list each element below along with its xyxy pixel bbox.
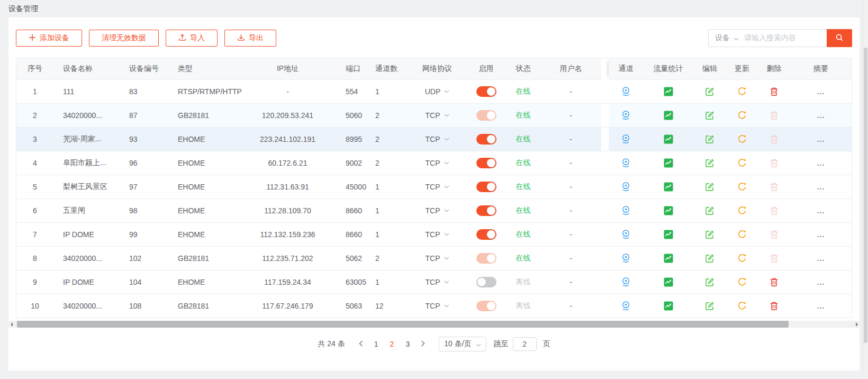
ellipsis-icon[interactable]: ...	[817, 254, 825, 263]
webcam-icon[interactable]	[621, 301, 631, 311]
update-action[interactable]	[726, 270, 758, 294]
summary-action[interactable]: ...	[790, 294, 852, 318]
update-action[interactable]	[726, 198, 758, 222]
enable-toggle-switch[interactable]	[476, 301, 496, 311]
ellipsis-icon[interactable]: ...	[817, 230, 825, 239]
channel-action[interactable]	[609, 222, 643, 246]
enable-toggle[interactable]	[466, 151, 506, 175]
traffic-stats-action[interactable]	[643, 270, 693, 294]
prev-page-button[interactable]	[354, 340, 368, 348]
scroll-right-arrow[interactable]	[856, 322, 858, 327]
webcam-icon[interactable]	[621, 253, 631, 263]
enable-toggle[interactable]	[466, 127, 506, 151]
traffic-stats-action[interactable]	[643, 151, 693, 175]
channel-action[interactable]	[609, 246, 643, 270]
edit-pen-icon[interactable]	[705, 277, 715, 287]
webcam-icon[interactable]	[621, 182, 631, 192]
ellipsis-icon[interactable]: ...	[817, 183, 825, 191]
summary-action[interactable]: ...	[790, 270, 852, 294]
protocol-dropdown[interactable]: TCP	[408, 103, 466, 127]
ellipsis-icon[interactable]: ...	[817, 87, 825, 96]
edit-action[interactable]	[693, 270, 726, 294]
webcam-icon[interactable]	[621, 134, 631, 144]
webcam-icon[interactable]	[621, 229, 631, 239]
enable-toggle-switch[interactable]	[476, 229, 496, 240]
traffic-stats-action[interactable]	[643, 127, 693, 151]
webcam-icon[interactable]	[621, 205, 631, 215]
delete-action[interactable]	[758, 79, 790, 103]
update-action[interactable]	[726, 151, 758, 175]
edit-action[interactable]	[693, 151, 726, 175]
trend-chart-icon[interactable]	[664, 206, 673, 215]
refresh-icon[interactable]	[737, 254, 747, 263]
update-action[interactable]	[726, 79, 758, 103]
traffic-stats-action[interactable]	[643, 175, 693, 198]
refresh-icon[interactable]	[737, 87, 747, 96]
refresh-icon[interactable]	[737, 158, 747, 168]
protocol-dropdown[interactable]: TCP	[408, 222, 466, 246]
protocol-dropdown[interactable]: TCP	[408, 127, 466, 151]
refresh-icon[interactable]	[737, 277, 747, 287]
update-action[interactable]	[726, 175, 758, 198]
edit-pen-icon[interactable]	[705, 301, 715, 311]
enable-toggle-switch[interactable]	[476, 277, 496, 287]
edit-pen-icon[interactable]	[705, 87, 715, 96]
channel-action[interactable]	[609, 294, 643, 318]
add-device-button[interactable]: 添加设备	[16, 30, 82, 47]
next-page-button[interactable]	[415, 340, 430, 348]
summary-action[interactable]: ...	[790, 103, 852, 127]
channel-action[interactable]	[609, 103, 643, 127]
protocol-dropdown[interactable]: TCP	[408, 175, 466, 198]
update-action[interactable]	[726, 103, 758, 127]
enable-toggle-switch[interactable]	[476, 134, 496, 145]
ellipsis-icon[interactable]: ...	[817, 278, 825, 286]
traffic-stats-action[interactable]	[643, 198, 693, 222]
update-action[interactable]	[726, 127, 758, 151]
enable-toggle-switch[interactable]	[476, 253, 496, 264]
trash-icon[interactable]	[770, 87, 779, 96]
summary-action[interactable]: ...	[790, 127, 852, 151]
edit-pen-icon[interactable]	[705, 254, 715, 263]
edit-pen-icon[interactable]	[705, 158, 715, 168]
refresh-icon[interactable]	[737, 230, 747, 239]
page-size-select[interactable]: 10 条/页	[439, 337, 486, 351]
edit-pen-icon[interactable]	[705, 182, 715, 192]
edit-action[interactable]	[693, 103, 726, 127]
search-category-dropdown[interactable]: 设备	[709, 33, 744, 43]
enable-toggle[interactable]	[466, 79, 506, 103]
webcam-icon[interactable]	[621, 86, 631, 96]
refresh-icon[interactable]	[737, 301, 747, 311]
delete-action[interactable]	[758, 294, 790, 318]
trend-chart-icon[interactable]	[664, 158, 673, 168]
enable-toggle[interactable]	[466, 222, 506, 246]
webcam-icon[interactable]	[621, 110, 631, 120]
enable-toggle-switch[interactable]	[476, 110, 496, 121]
edit-pen-icon[interactable]	[705, 111, 715, 120]
traffic-stats-action[interactable]	[643, 79, 693, 103]
protocol-dropdown[interactable]: TCP	[408, 198, 466, 222]
edit-action[interactable]	[693, 79, 726, 103]
webcam-icon[interactable]	[621, 277, 631, 287]
channel-action[interactable]	[609, 127, 643, 151]
ellipsis-icon[interactable]: ...	[817, 206, 825, 215]
edit-action[interactable]	[693, 175, 726, 198]
scroll-left-arrow[interactable]	[11, 322, 13, 327]
enable-toggle[interactable]	[466, 270, 506, 294]
jump-page-input[interactable]	[513, 337, 537, 351]
summary-action[interactable]: ...	[790, 198, 852, 222]
ellipsis-icon[interactable]: ...	[817, 159, 825, 167]
trend-chart-icon[interactable]	[664, 230, 673, 239]
page-number-1[interactable]: 1	[368, 340, 384, 348]
enable-toggle[interactable]	[466, 198, 506, 222]
traffic-stats-action[interactable]	[643, 222, 693, 246]
protocol-dropdown[interactable]: TCP	[408, 246, 466, 270]
ellipsis-icon[interactable]: ...	[817, 135, 825, 143]
channel-action[interactable]	[609, 198, 643, 222]
summary-action[interactable]: ...	[790, 246, 852, 270]
ellipsis-icon[interactable]: ...	[817, 302, 825, 310]
trend-chart-icon[interactable]	[664, 182, 673, 192]
trash-icon[interactable]	[770, 301, 779, 311]
edit-action[interactable]	[693, 294, 726, 318]
refresh-icon[interactable]	[737, 206, 747, 215]
refresh-icon[interactable]	[737, 182, 747, 192]
